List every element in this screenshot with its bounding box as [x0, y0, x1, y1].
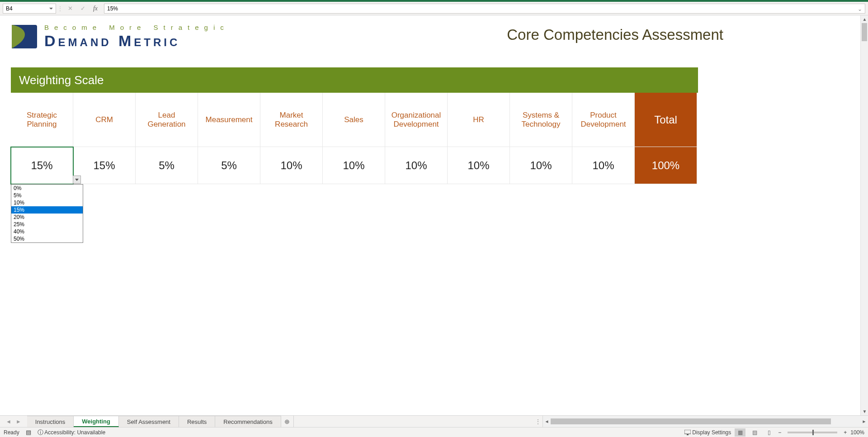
- col-header-total: Total: [635, 93, 697, 147]
- logo-block: Become More Strategic Demand Metric: [11, 24, 229, 50]
- table-value-row: 15% 15% 5% 5% 10% 10% 10% 10% 10% 10% 10…: [11, 147, 698, 184]
- chevron-down-icon[interactable]: [49, 8, 53, 10]
- scroll-track[interactable]: [861, 23, 868, 408]
- scroll-track[interactable]: [551, 418, 860, 425]
- fx-icon[interactable]: fx: [90, 4, 101, 14]
- section-title: Weighting Scale: [19, 73, 104, 87]
- dropdown-option-selected[interactable]: 15%: [11, 206, 83, 214]
- svg-rect-1: [687, 434, 689, 435]
- dropdown-button[interactable]: [73, 176, 81, 184]
- cell[interactable]: 5%: [198, 147, 260, 184]
- dropdown-option[interactable]: 50%: [11, 235, 83, 242]
- col-header: Sales: [323, 93, 385, 147]
- scroll-thumb[interactable]: [551, 418, 831, 424]
- zoom-out-button[interactable]: −: [778, 429, 781, 436]
- tab-nav: ◄ ►: [0, 416, 27, 427]
- sheet-tab[interactable]: Results: [179, 416, 215, 427]
- col-header: Strategic Planning: [11, 93, 73, 147]
- display-settings-label: Display Settings: [692, 429, 731, 436]
- monitor-icon: [684, 430, 691, 435]
- cell[interactable]: 10%: [323, 147, 385, 184]
- cell-value: 15%: [31, 159, 52, 172]
- col-header: Measurement: [198, 93, 260, 147]
- macro-record-icon[interactable]: ▧: [26, 429, 31, 436]
- cell[interactable]: 5%: [136, 147, 198, 184]
- page-title: Core Competencies Assessment: [507, 26, 723, 43]
- cell[interactable]: 10%: [448, 147, 510, 184]
- worksheet-area: Become More Strategic Demand Metric Core…: [0, 15, 868, 415]
- sheet-tab[interactable]: Recommendations: [215, 416, 281, 427]
- scroll-left-icon[interactable]: ◄: [543, 418, 551, 425]
- accessibility-text: Accessibility: Unavailable: [44, 429, 105, 436]
- dropdown-option[interactable]: 25%: [11, 221, 83, 228]
- zoom-level[interactable]: 100%: [850, 429, 864, 436]
- cell-total: 100%: [635, 147, 697, 184]
- accessibility-status[interactable]: ⓘ Accessibility: Unavailable: [38, 428, 105, 437]
- expand-formula-icon[interactable]: ⌄: [858, 6, 863, 11]
- cell[interactable]: 15%: [73, 147, 136, 184]
- cancel-icon[interactable]: ✕: [64, 4, 76, 14]
- display-settings-button[interactable]: Display Settings: [684, 429, 731, 436]
- dropdown-option[interactable]: 10%: [11, 199, 83, 206]
- scroll-up-icon[interactable]: ▲: [861, 15, 868, 23]
- weighting-table: Strategic Planning CRM Lead Generation M…: [11, 93, 698, 184]
- logo-brand: Demand Metric: [44, 32, 229, 50]
- view-page-layout-icon[interactable]: ▤: [749, 428, 760, 437]
- formula-bar: B4 ⋮ ✕ ✓ fx 15% ⌄: [0, 2, 868, 15]
- view-page-break-icon[interactable]: ▯: [764, 428, 774, 437]
- formula-text: 15%: [107, 5, 118, 12]
- cell[interactable]: 10%: [385, 147, 448, 184]
- tab-prev-icon[interactable]: ◄: [5, 418, 13, 425]
- name-box[interactable]: B4: [3, 4, 56, 14]
- scroll-down-icon[interactable]: ▼: [861, 408, 868, 415]
- scroll-thumb[interactable]: [862, 23, 867, 41]
- dropdown-option[interactable]: 40%: [11, 228, 83, 235]
- name-box-value: B4: [6, 5, 13, 12]
- view-normal-icon[interactable]: ▦: [735, 428, 745, 437]
- status-ready: Ready: [4, 429, 19, 436]
- sheet-tab-active[interactable]: Weighting: [74, 416, 119, 427]
- col-header: Product Development: [572, 93, 635, 147]
- add-sheet-button[interactable]: ⊕: [281, 416, 294, 427]
- col-header: HR: [448, 93, 510, 147]
- formula-input[interactable]: 15% ⌄: [104, 4, 865, 14]
- table-header-row: Strategic Planning CRM Lead Generation M…: [11, 93, 698, 147]
- logo-icon: [11, 24, 38, 49]
- dropdown-option[interactable]: 20%: [11, 214, 83, 221]
- vertical-scrollbar[interactable]: ▲ ▼: [860, 15, 868, 415]
- cell[interactable]: 10%: [260, 147, 323, 184]
- tab-next-icon[interactable]: ►: [14, 418, 23, 425]
- cell[interactable]: 10%: [510, 147, 572, 184]
- dropdown-option[interactable]: 5%: [11, 192, 83, 199]
- svg-rect-0: [684, 430, 691, 434]
- status-bar: Ready ▧ ⓘ Accessibility: Unavailable Dis…: [0, 427, 868, 437]
- col-header: Market Research: [260, 93, 323, 147]
- dropdown-list[interactable]: 0% 5% 10% 15% 20% 25% 40% 50%: [11, 184, 83, 243]
- sheet-tabs-row: ◄ ► Instructions Weighting Self Assessme…: [0, 415, 868, 427]
- sheet-tab[interactable]: Self Assessment: [119, 416, 179, 427]
- confirm-icon[interactable]: ✓: [77, 4, 89, 14]
- tabs-spacer: ⋮: [294, 416, 542, 427]
- zoom-slider[interactable]: [788, 432, 837, 433]
- zoom-knob[interactable]: [812, 430, 814, 435]
- sheet-tab[interactable]: Instructions: [27, 416, 74, 427]
- col-header: CRM: [73, 93, 136, 147]
- col-header: Lead Generation: [136, 93, 198, 147]
- col-header: Organizational Development: [385, 93, 448, 147]
- cell-active[interactable]: 15%: [11, 147, 73, 184]
- section-header: Weighting Scale: [11, 67, 698, 93]
- horizontal-scrollbar[interactable]: ◄ ►: [542, 416, 868, 427]
- cell[interactable]: 10%: [572, 147, 635, 184]
- separator: ⋮: [57, 5, 63, 12]
- dropdown-option[interactable]: 0%: [11, 185, 83, 192]
- accessibility-icon: ⓘ: [38, 429, 43, 436]
- col-header: Systems & Technology: [510, 93, 572, 147]
- scroll-right-icon[interactable]: ►: [860, 418, 868, 425]
- zoom-in-button[interactable]: +: [844, 429, 847, 436]
- logo-tagline: Become More Strategic: [44, 24, 229, 31]
